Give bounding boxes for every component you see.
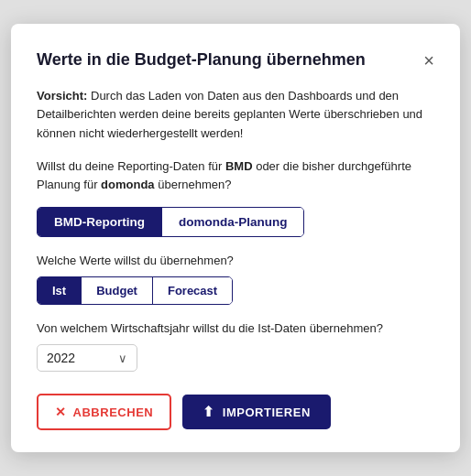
modal-title: Werte in die Budget-Planung übernehmen [37, 49, 423, 70]
chevron-down-icon: ∨ [118, 352, 127, 365]
tab-bmd-reporting[interactable]: BMD-Reporting [38, 208, 162, 236]
footer-buttons: ✕ ABBRECHEN ⬆ IMPORTIEREN [37, 394, 434, 430]
tab-domonda-planung[interactable]: domonda-Planung [162, 208, 304, 236]
warning-body: Durch das Laden von Daten aus den Dashbo… [37, 89, 422, 139]
warning-text: Vorsicht: Durch das Laden von Daten aus … [37, 87, 434, 142]
question-prefix: Willst du deine Reporting-Daten für [37, 159, 225, 173]
cancel-button[interactable]: ✕ ABBRECHEN [37, 394, 171, 430]
tab-ist[interactable]: Ist [38, 277, 82, 304]
close-button[interactable]: × [423, 51, 434, 70]
modal-header: Werte in die Budget-Planung übernehmen × [37, 49, 434, 70]
cancel-label: ABBRECHEN [73, 406, 154, 419]
year-select[interactable]: 2022 ∨ [37, 344, 137, 372]
modal-overlay: Werte in die Budget-Planung übernehmen ×… [0, 0, 471, 476]
modal-dialog: Werte in die Budget-Planung übernehmen ×… [11, 24, 460, 452]
question-bold2: domonda [101, 178, 155, 191]
question-suffix: übernehmen? [155, 178, 232, 191]
values-section-label: Welche Werte willst du übernehmen? [37, 254, 434, 267]
warning-bold: Vorsicht: [37, 89, 87, 103]
source-tab-group: BMD-Reporting domonda-Planung [37, 207, 304, 237]
question-bold1: BMD [225, 159, 253, 173]
year-value: 2022 [47, 351, 113, 365]
question-text: Willst du deine Reporting-Daten für BMD … [37, 157, 434, 194]
x-icon: ✕ [55, 405, 67, 419]
upload-icon: ⬆ [203, 404, 215, 420]
year-label: Von welchem Wirtschaftsjahr willst du di… [37, 321, 434, 335]
import-button[interactable]: ⬆ IMPORTIEREN [182, 395, 331, 429]
values-tab-group: Ist Budget Forecast [37, 276, 233, 305]
import-label: IMPORTIEREN [223, 406, 311, 419]
tab-budget[interactable]: Budget [82, 277, 153, 304]
tab-forecast[interactable]: Forecast [153, 277, 232, 304]
